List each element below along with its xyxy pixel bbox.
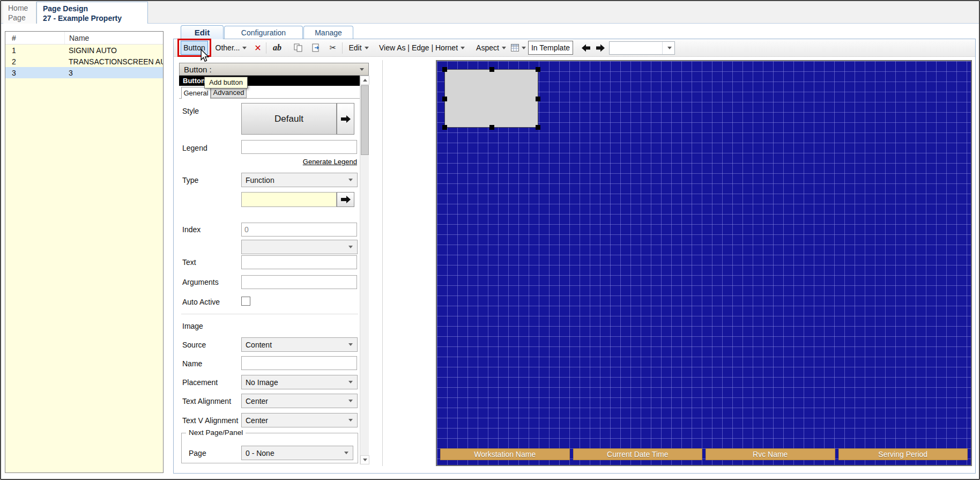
source-dropdown[interactable]: Content — [241, 337, 358, 352]
arrow-right-icon — [596, 44, 605, 52]
rvc-name-button[interactable]: Rvc Name — [706, 448, 835, 460]
in-template-label: In Template — [531, 43, 570, 52]
tab-home-line2: Page — [8, 13, 36, 23]
tab-page-design[interactable]: Page Design 27 - Example Property — [36, 2, 148, 24]
type-dropdown[interactable]: Function — [241, 173, 358, 187]
tab-configuration[interactable]: Configuration — [224, 26, 303, 39]
section-divider — [181, 314, 358, 314]
chevron-down-icon — [242, 47, 247, 49]
text-alignment-dropdown[interactable]: Center — [241, 394, 358, 408]
chevron-down-icon — [461, 47, 465, 49]
current-date-time-button[interactable]: Current Date Time — [573, 448, 703, 460]
add-button-button[interactable]: Button — [181, 41, 208, 55]
page-list-header: # Name — [5, 32, 163, 45]
text-v-alignment-dropdown[interactable]: Center — [241, 413, 358, 427]
text-label: Text — [182, 258, 196, 267]
triangle-up-icon — [363, 79, 367, 82]
table-row[interactable]: 2 TRANSACTIONSCREEN AU... — [5, 56, 163, 67]
index-dropdown[interactable] — [241, 240, 358, 254]
delete-icon: ✕ — [254, 43, 261, 53]
page-label: Page — [189, 449, 206, 457]
aspect-dropdown-button[interactable]: Aspect — [474, 41, 508, 55]
nav-previous-button[interactable] — [580, 41, 592, 55]
tab-general[interactable]: General — [181, 87, 211, 99]
other-label: Other... — [216, 43, 240, 52]
add-button-label: Button — [183, 43, 205, 52]
editor-body: Button Other... ✕ ab ✂ Edit — [173, 39, 976, 474]
auto-active-checkbox[interactable] — [241, 297, 250, 306]
aspect-label: Aspect — [476, 43, 499, 52]
properties-scrollbar[interactable] — [360, 76, 369, 464]
other-dropdown-button[interactable]: Other... — [211, 41, 251, 55]
function-input[interactable] — [241, 192, 337, 207]
tab-edit[interactable]: Edit — [181, 25, 224, 39]
view-as-dropdown-button[interactable]: View As | Edge | Hornet — [371, 41, 473, 55]
delete-button[interactable]: ✕ — [252, 41, 264, 55]
column-header-name[interactable]: Name — [64, 32, 163, 44]
source-value: Content — [246, 341, 272, 349]
tab-advanced[interactable]: Advanced — [211, 87, 247, 98]
index-label: Index — [182, 225, 201, 234]
selection-handle[interactable] — [442, 67, 447, 72]
image-name-input[interactable] — [241, 356, 357, 370]
legend-label: Legend — [182, 144, 207, 152]
table-row[interactable]: 1 SIGNIN AUTO — [5, 45, 163, 56]
selection-handle[interactable] — [536, 67, 540, 72]
placement-dropdown[interactable]: No Image — [241, 375, 358, 389]
arguments-input[interactable] — [241, 275, 357, 289]
row-number: 3 — [5, 69, 64, 77]
grid-icon — [511, 44, 519, 51]
generate-legend-link[interactable]: Generate Legend — [241, 158, 357, 166]
nav-next-button[interactable] — [594, 41, 606, 55]
type-label: Type — [182, 176, 198, 184]
placement-label: Placement — [182, 378, 218, 387]
ab-text-icon: ab — [273, 43, 281, 53]
selected-canvas-button[interactable] — [444, 69, 538, 128]
toolbar-combobox[interactable] — [609, 41, 675, 55]
toolbar-separator — [342, 42, 343, 54]
row-number: 1 — [5, 46, 64, 55]
scroll-up-button[interactable] — [360, 76, 369, 85]
panel-splitter[interactable] — [382, 60, 383, 466]
paste-button[interactable] — [309, 41, 323, 55]
copy-button[interactable] — [291, 41, 305, 55]
style-picker-button[interactable] — [337, 103, 354, 135]
text-alignment-value: Center — [246, 397, 268, 405]
selection-handle[interactable] — [489, 125, 494, 130]
selection-handle[interactable] — [442, 97, 447, 101]
text-input[interactable] — [241, 255, 357, 269]
legend-input[interactable] — [241, 140, 357, 154]
scrollbar-thumb[interactable] — [361, 85, 369, 155]
selection-handle[interactable] — [442, 125, 447, 130]
canvas-footer-row: Workstation Name Current Date Time Rvc N… — [440, 448, 968, 460]
page-dropdown[interactable]: 0 - None — [241, 446, 353, 460]
cut-button[interactable]: ✂ — [326, 41, 340, 55]
row-number: 2 — [5, 57, 64, 66]
window-tab-strip: Home Page Page Design 27 - Example Prope… — [1, 1, 979, 24]
in-template-toggle[interactable]: In Template — [528, 41, 573, 55]
tab-page-design-line1: Page Design — [43, 4, 147, 13]
column-header-number[interactable]: # — [5, 34, 64, 42]
properties-object-selector[interactable]: Button : — [179, 63, 369, 76]
edit-text-button[interactable]: ab — [269, 41, 285, 55]
triangle-down-icon — [363, 459, 367, 461]
scroll-down-button[interactable] — [360, 455, 369, 464]
design-canvas[interactable]: Workstation Name Current Date Time Rvc N… — [436, 60, 972, 466]
chevron-down-icon — [365, 47, 369, 49]
tab-home-page[interactable]: Home Page — [3, 2, 36, 24]
arrow-left-icon — [582, 44, 591, 52]
grid-dropdown-button[interactable] — [509, 41, 528, 55]
style-value-button[interactable]: Default — [241, 103, 337, 135]
serving-period-button[interactable]: Serving Period — [838, 448, 968, 460]
selection-handle[interactable] — [489, 67, 494, 72]
function-picker-button[interactable] — [337, 192, 354, 207]
arrow-right-icon — [340, 195, 351, 204]
workstation-name-button[interactable]: Workstation Name — [440, 448, 570, 460]
tab-manage[interactable]: Manage — [303, 26, 353, 39]
table-row-selected[interactable]: 3 3 — [5, 67, 163, 78]
tab-page-design-line2: 27 - Example Property — [43, 13, 147, 23]
edit-dropdown-button[interactable]: Edit — [344, 41, 373, 55]
selection-handle[interactable] — [536, 97, 540, 101]
selection-handle[interactable] — [536, 125, 540, 130]
index-input[interactable] — [241, 223, 357, 237]
